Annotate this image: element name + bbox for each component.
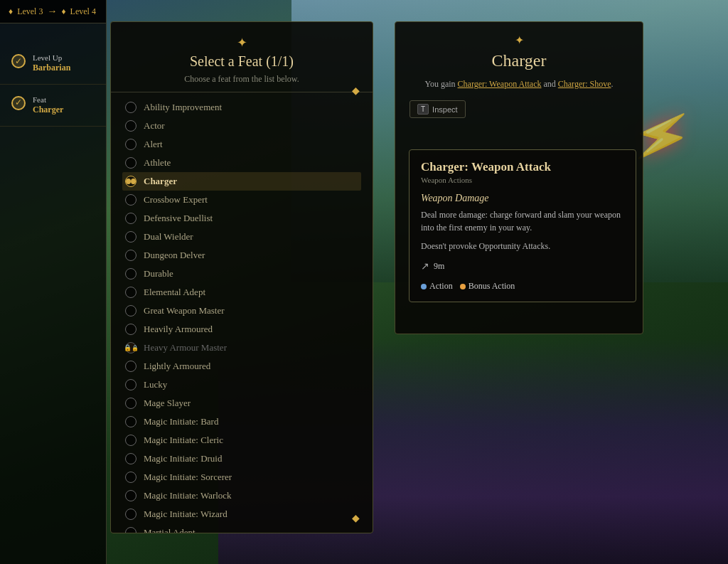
feat-name-magic-initiate-bard: Magic Initiate: Bard <box>144 416 218 427</box>
feat-name-lightly-armoured: Lightly Armoured <box>144 361 210 372</box>
level-to-icon: ♦ <box>61 6 65 17</box>
tooltip-title: Charger: Weapon Attack <box>421 160 624 174</box>
feat-item-magic-initiate-cleric[interactable]: Magic Initiate: Cleric <box>122 431 361 449</box>
feat-panel-header: ✦ Select a Feat (1/1) Choose a feat from… <box>111 22 373 92</box>
feat-item-magic-initiate-sorcerer[interactable]: Magic Initiate: Sorcerer <box>122 468 361 486</box>
inspect-key: T <box>417 104 429 115</box>
detail-title: Charger <box>410 51 628 70</box>
feat-name-dual-wielder: Dual Wielder <box>144 231 193 243</box>
feat-name-crossbow-expert: Crossbow Expert <box>144 194 208 206</box>
feat-name-magic-initiate-sorcerer: Magic Initiate: Sorcerer <box>144 472 232 483</box>
feat-item-dungeon-delver[interactable]: Dungeon Delver <box>122 246 361 265</box>
feat-item-durable[interactable]: Durable <box>122 265 361 283</box>
feat-item-elemental-adept[interactable]: Elemental Adept <box>122 283 361 302</box>
feat-radio-mage-slayer <box>125 398 136 409</box>
tooltip-range: ↗ 9m <box>421 260 624 272</box>
feat-radio-heavily-armoured <box>125 324 136 335</box>
feat-item-magic-initiate-wizard[interactable]: Magic Initiate: Wizard <box>122 505 361 523</box>
feat-item-athlete[interactable]: Athlete <box>122 154 361 172</box>
feat-list[interactable]: Ability ImprovementActorAlertAthleteChar… <box>111 92 373 533</box>
feat-item-charger[interactable]: Charger <box>122 172 361 191</box>
feat-name-lucky: Lucky <box>144 379 167 390</box>
link-weapon-attack[interactable]: Charger: Weapon Attack <box>458 79 542 89</box>
feat-radio-magic-initiate-druid <box>125 453 136 464</box>
feat-radio-dungeon-delver <box>125 250 136 261</box>
sidebar-checkmark-feat <box>11 96 26 110</box>
tooltip-card: Charger: Weapon Attack Weapon Actions We… <box>409 149 636 302</box>
sidebar-item-level-up[interactable]: Level Up Barbarian <box>0 43 106 85</box>
feat-name-heavily-armoured: Heavily Armoured <box>144 324 213 335</box>
panel-ornament: ✦ <box>125 35 358 50</box>
feat-item-magic-initiate-warlock[interactable]: Magic Initiate: Warlock <box>122 486 361 505</box>
tooltip-note: Doesn't provoke Opportunity Attacks. <box>421 241 624 252</box>
feat-name-mage-slayer: Mage Slayer <box>144 398 191 409</box>
level-to: Level 4 <box>70 6 96 17</box>
tooltip-body: Deal more damage: charge forward and sla… <box>421 208 624 234</box>
tag-action-dot <box>421 284 427 289</box>
feat-item-lucky[interactable]: Lucky <box>122 376 361 394</box>
feat-radio-ability-improvement <box>125 102 136 113</box>
feat-name-dungeon-delver: Dungeon Delver <box>144 250 205 261</box>
feat-name-charger: Charger <box>144 176 177 187</box>
tag-action: Action <box>421 281 453 292</box>
feat-item-magic-initiate-druid[interactable]: Magic Initiate: Druid <box>122 449 361 468</box>
feat-name-great-weapon-master: Great Weapon Master <box>144 305 225 316</box>
feat-item-martial-adept[interactable]: Martial Adept <box>122 523 361 533</box>
sidebar-label-feat: Feat Charger <box>33 95 63 116</box>
feat-radio-magic-initiate-warlock <box>125 490 136 501</box>
feat-item-crossbow-expert[interactable]: Crossbow Expert <box>122 191 361 209</box>
feat-name-durable: Durable <box>144 268 173 280</box>
sidebar-checkmark-level-up <box>11 54 26 68</box>
feat-radio-defensive-duellist <box>125 213 136 224</box>
level-arrow: → <box>47 6 57 17</box>
feat-item-defensive-duellist[interactable]: Defensive Duellist <box>122 209 361 228</box>
inspect-label: Inspect <box>432 105 457 114</box>
feat-name-heavy-armour-master: Heavy Armour Master <box>144 342 227 353</box>
detail-description: You gain Charger: Weapon Attack and Char… <box>410 78 628 90</box>
feat-item-ability-improvement[interactable]: Ability Improvement <box>122 98 361 117</box>
feat-name-alert: Alert <box>144 139 163 150</box>
feat-selection-panel: ✦ Select a Feat (1/1) Choose a feat from… <box>110 21 373 533</box>
inspect-button[interactable]: T Inspect <box>410 100 466 118</box>
feat-item-lightly-armoured[interactable]: Lightly Armoured <box>122 357 361 376</box>
feat-name-actor: Actor <box>144 120 165 132</box>
tag-bonus-action-label: Bonus Action <box>469 281 515 292</box>
feat-radio-dual-wielder <box>125 231 136 243</box>
feat-item-dual-wielder[interactable]: Dual Wielder <box>122 228 361 246</box>
tooltip-subtitle: Weapon Actions <box>421 176 624 184</box>
range-value: 9m <box>434 261 444 272</box>
feat-item-actor[interactable]: Actor <box>122 117 361 135</box>
feat-radio-athlete <box>125 157 136 169</box>
feat-item-magic-initiate-bard[interactable]: Magic Initiate: Bard <box>122 413 361 431</box>
detail-ornament: ✦ <box>410 33 628 47</box>
feat-name-defensive-duellist: Defensive Duellist <box>144 213 213 224</box>
feat-radio-great-weapon-master <box>125 305 136 316</box>
level-from-icon: ♦ <box>9 6 13 17</box>
feat-radio-martial-adept <box>125 527 136 533</box>
tag-action-label: Action <box>429 281 453 292</box>
feat-radio-lucky <box>125 379 136 390</box>
feat-item-heavy-armour-master[interactable]: 🔒Heavy Armour Master <box>122 339 361 357</box>
sidebar: ♦ Level 3 → ♦ Level 4 Level Up Barbarian… <box>0 0 107 564</box>
link-shove[interactable]: Charger: Shove <box>558 79 611 89</box>
feat-name-martial-adept: Martial Adept <box>144 527 196 533</box>
level-indicator: ♦ Level 3 → ♦ Level 4 <box>0 0 106 23</box>
feat-item-alert[interactable]: Alert <box>122 135 361 154</box>
feat-name-magic-initiate-warlock: Magic Initiate: Warlock <box>144 490 232 501</box>
feat-item-mage-slayer[interactable]: Mage Slayer <box>122 394 361 413</box>
feat-name-elemental-adept: Elemental Adept <box>144 287 205 298</box>
feat-item-heavily-armoured[interactable]: Heavily Armoured <box>122 320 361 339</box>
feat-radio-magic-initiate-cleric <box>125 435 136 446</box>
scroll-indicator-bottom: ◆ <box>352 512 360 524</box>
feat-name-athlete: Athlete <box>144 157 171 169</box>
tag-bonus-action-dot <box>460 284 466 289</box>
range-icon: ↗ <box>421 260 429 272</box>
feat-radio-magic-initiate-bard <box>125 416 136 427</box>
sidebar-item-feat[interactable]: Feat Charger <box>0 85 106 127</box>
feat-item-great-weapon-master[interactable]: Great Weapon Master <box>122 302 361 320</box>
feat-radio-charger <box>125 176 136 187</box>
feat-radio-alert <box>125 139 136 150</box>
feat-radio-elemental-adept <box>125 287 136 298</box>
feat-panel-title: Select a Feat (1/1) <box>125 53 358 70</box>
tooltip-section-title: Weapon Damage <box>421 193 624 204</box>
